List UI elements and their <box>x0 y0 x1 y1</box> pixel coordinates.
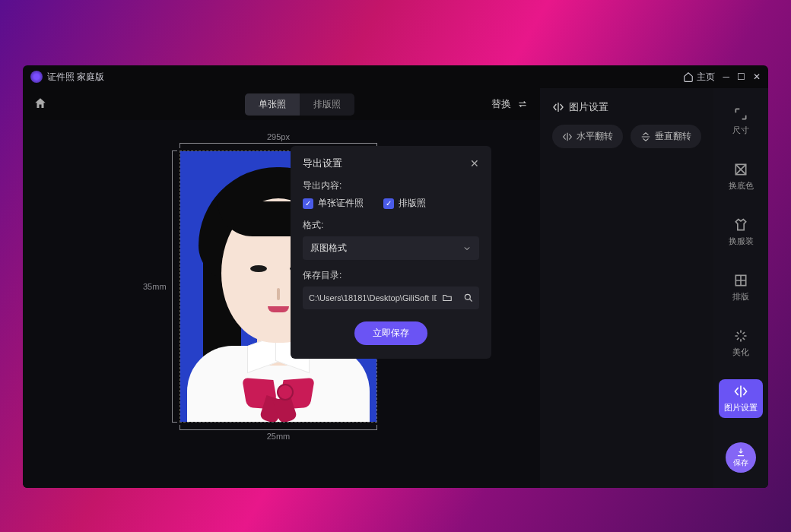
flip-h-icon <box>562 131 573 142</box>
ruler-left <box>172 150 178 423</box>
toolbar: 单张照 排版照 替换 <box>23 88 540 120</box>
sparkle-icon <box>733 328 748 344</box>
titlebar-home-label: 主页 <box>697 71 715 84</box>
app-icon <box>30 71 43 83</box>
browse-folder-button[interactable] <box>437 287 458 309</box>
check-layout[interactable]: ✓ 排版照 <box>383 197 426 210</box>
tab-layout[interactable]: 排版照 <box>300 93 354 116</box>
rail-image-settings[interactable]: 图片设置 <box>719 379 763 418</box>
export-content-label: 导出内容: <box>303 179 479 192</box>
flip-row: 水平翻转 垂直翻转 <box>552 125 701 148</box>
dir-path: C:\Users\18181\Desktop\GiliSoft ID <box>303 288 437 308</box>
settings-panel: 图片设置 水平翻转 垂直翻转 <box>540 88 713 488</box>
svg-point-2 <box>465 294 470 299</box>
rail-size[interactable]: 尺寸 <box>719 102 763 141</box>
view-tabs: 单张照 排版照 <box>245 93 354 116</box>
panel-title: 图片设置 <box>552 100 701 114</box>
window-maximize[interactable]: ☐ <box>737 71 745 82</box>
search-folder-button[interactable] <box>458 287 479 309</box>
dim-bottom: 25mm <box>179 432 377 441</box>
window-close[interactable]: ✕ <box>753 71 761 82</box>
replace-label: 替换 <box>491 97 511 111</box>
titlebar: 证件照 家庭版 主页 ─ ☐ ✕ <box>23 65 768 88</box>
app-window: 证件照 家庭版 主页 ─ ☐ ✕ 单张照 排版照 替换 <box>23 65 768 488</box>
format-value: 原图格式 <box>310 242 347 255</box>
dialog-close-button[interactable]: ✕ <box>470 157 479 169</box>
download-icon <box>735 447 746 458</box>
dir-label: 保存目录: <box>303 269 479 282</box>
app-title: 证件照 家庭版 <box>47 71 104 84</box>
bg-icon <box>733 162 748 177</box>
mirror-icon <box>733 384 748 399</box>
tab-single[interactable]: 单张照 <box>245 93 300 116</box>
swap-icon <box>516 99 529 109</box>
dim-left: 35mm <box>143 282 167 291</box>
side-rail: 尺寸 换底色 换服装 排版 美化 图片设置 <box>713 88 768 488</box>
rail-background[interactable]: 换底色 <box>719 157 763 196</box>
dialog-title: 导出设置 <box>303 157 342 170</box>
home-icon <box>33 97 47 110</box>
ruler-bottom <box>179 424 377 430</box>
rail-beauty[interactable]: 美化 <box>719 324 763 363</box>
grid-icon <box>733 273 748 288</box>
mirror-icon <box>552 101 564 113</box>
format-select[interactable]: 原图格式 <box>303 236 479 260</box>
save-now-button[interactable]: 立即保存 <box>354 321 427 345</box>
export-dialog: 导出设置 ✕ 导出内容: ✓ 单张证件照 ✓ 排版照 格式: 原图格式 保存目录… <box>291 146 491 359</box>
save-fab[interactable]: 保存 <box>726 442 756 473</box>
flip-vertical-button[interactable]: 垂直翻转 <box>631 125 701 148</box>
export-checks: ✓ 单张证件照 ✓ 排版照 <box>303 197 479 210</box>
dialog-header: 导出设置 ✕ <box>303 157 479 170</box>
check-single[interactable]: ✓ 单张证件照 <box>303 197 364 210</box>
rail-clothes[interactable]: 换服装 <box>719 213 763 252</box>
flip-v-icon <box>640 131 651 142</box>
shirt-icon <box>733 217 748 233</box>
rail-layout[interactable]: 排版 <box>719 268 763 307</box>
size-icon <box>733 106 748 122</box>
home-icon <box>683 71 694 82</box>
replace-button[interactable]: 替换 <box>491 97 529 111</box>
search-icon <box>463 293 474 303</box>
dir-row: C:\Users\18181\Desktop\GiliSoft ID <box>303 287 479 309</box>
check-icon: ✓ <box>383 198 394 209</box>
dim-top: 295px <box>179 132 377 141</box>
folder-icon <box>442 293 453 303</box>
check-icon: ✓ <box>303 198 313 209</box>
window-minimize[interactable]: ─ <box>723 71 729 82</box>
titlebar-home-button[interactable]: 主页 <box>683 71 715 84</box>
home-button[interactable] <box>33 97 47 112</box>
format-label: 格式: <box>303 219 479 232</box>
flip-horizontal-button[interactable]: 水平翻转 <box>552 125 623 148</box>
chevron-down-icon <box>462 244 472 253</box>
